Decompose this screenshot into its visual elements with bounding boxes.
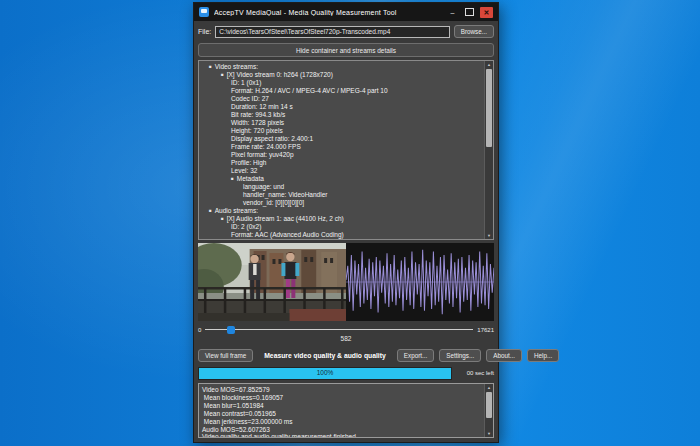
tree-item[interactable]: language: und [201,183,483,191]
tree-item[interactable]: ID: 1 (0x1) [201,79,483,87]
tree-item[interactable]: Format: AAC (Advanced Audio Coding) [201,231,483,239]
tree-item[interactable]: Pixel format: yuv420p [201,151,483,159]
maximize-icon[interactable] [463,7,476,18]
position-slider-row: 0 17621 [198,324,494,335]
video-frame-art [198,243,346,321]
progress-bar: 100% [198,367,452,380]
log-line: Mean contrast=0.051965 [202,410,483,418]
log-line: Mean blur=1.051984 [202,402,483,410]
tree-item[interactable]: vendor_id: [0][0][0][0] [201,199,483,207]
video-frame [198,243,346,321]
tree-item[interactable]: Width: 1728 pixels [201,119,483,127]
tree-item[interactable]: Bit rate: 994.3 kb/s [201,111,483,119]
progress-row: 100% 00 sec left [198,367,494,379]
mediaqual-window: AccepTV MediaQual - Media Quality Measur… [193,2,499,443]
tree-item[interactable]: [X] Video stream 0: h264 (1728x720) [201,71,483,79]
log-line: Audio MOS=52.607263 [202,426,483,434]
audio-waveform [346,243,494,321]
log-line: Video MOS=67.852579 [202,386,483,394]
close-icon[interactable]: ✕ [480,7,493,18]
browse-button[interactable]: Browse... [454,25,494,38]
file-path-input[interactable] [215,26,450,38]
tree-item[interactable]: Duration: 12 min 14 s [201,103,483,111]
title-bar[interactable]: AccepTV MediaQual - Media Quality Measur… [194,3,498,21]
desktop-wallpaper: AccepTV MediaQual - Media Quality Measur… [0,0,700,446]
export-button[interactable]: Export... [397,349,434,362]
log-line: Mean jerkiness=23.000000 ms [202,418,483,426]
view-full-frame-button[interactable]: View full frame [198,349,253,362]
scroll-down-icon[interactable]: ▼ [485,232,493,239]
tree-item[interactable]: handler_name: VideoHandler [201,191,483,199]
progress-percent-label: 100% [199,369,451,376]
video-preview [198,243,494,321]
tree-item[interactable]: Height: 720 pixels [201,127,483,135]
tree-item[interactable]: Codec ID: 27 [201,95,483,103]
tree-item[interactable]: Display aspect ratio: 2.400:1 [201,135,483,143]
tree-item[interactable]: Level: 32 [201,167,483,175]
log-line: Mean blockiness=0.169057 [202,394,483,402]
tree-item[interactable]: Format: H.264 / AVC / MPEG-4 AVC / MPEG-… [201,87,483,95]
slider-thumb[interactable] [227,326,235,334]
action-buttons-row: View full frame Measure video quality & … [198,348,494,363]
tree-item[interactable]: ID: 2 (0x2) [201,223,483,231]
measure-quality-button[interactable]: Measure video quality & audio quality [258,351,392,360]
tree-scroll-thumb[interactable] [486,69,492,147]
slider-min-label: 0 [198,327,201,333]
window-title: AccepTV MediaQual - Media Quality Measur… [214,9,446,16]
log-scroll-down-icon[interactable]: ▼ [485,430,493,437]
about-button[interactable]: About... [486,349,522,362]
stream-tree: ▲ ▼ Video streams:[X] Video stream 0: h2… [198,60,494,240]
log-scroll-up-icon[interactable]: ▲ [485,384,493,391]
tree-item[interactable]: [X] Audio stream 1: aac (44100 Hz, 2 ch) [201,215,483,223]
settings-button[interactable]: Settings... [439,349,481,362]
app-icon [199,7,209,17]
tree-item[interactable]: Frame rate: 24.000 FPS [201,143,483,151]
log-scrollbar[interactable]: ▲ ▼ [484,384,493,437]
help-button[interactable]: Help... [527,349,559,362]
scroll-up-icon[interactable]: ▲ [485,61,493,68]
position-slider[interactable] [205,324,473,335]
tree-item[interactable]: Metadata [201,175,483,183]
tree-item[interactable]: Profile: High [201,159,483,167]
tree-item[interactable]: Audio streams: [201,207,483,215]
log-line: Video quality and audio quality measurem… [202,433,483,438]
measurement-log: ▲ ▼ Video MOS=67.852579 Mean blockiness=… [198,383,494,438]
log-scroll-thumb[interactable] [486,392,492,418]
minimize-icon[interactable]: – [446,7,459,18]
tree-item[interactable]: Video streams: [201,63,483,71]
hide-details-button[interactable]: Hide container and streams details [198,43,494,57]
current-frame-label: 582 [198,335,494,344]
slider-max-label: 17621 [477,327,494,333]
file-row: File: Browse... [198,24,494,39]
tree-scrollbar[interactable]: ▲ ▼ [484,61,493,239]
time-left-label: 00 sec left [456,370,494,376]
file-label: File: [198,28,211,35]
maximize-glyph [465,8,474,16]
